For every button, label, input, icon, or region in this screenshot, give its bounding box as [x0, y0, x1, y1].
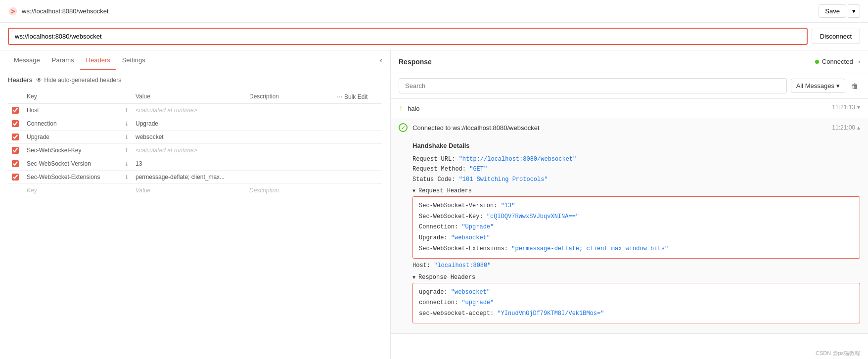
new-row-value: Value — [136, 187, 150, 194]
messages-list: ↑ halo 11:21:13 ▾ ✓ Connected to ws://lo… — [391, 99, 868, 359]
handshake-details: Handshake Details Request URL: "http://l… — [391, 137, 868, 333]
eye-icon: 👁 — [36, 77, 42, 84]
value-host: <calculated at runtime> — [136, 107, 197, 114]
request-url-line: Request URL: "http://localhost:8080/webs… — [412, 154, 860, 164]
headers-table: Key Value Description ··· Bulk Edit Host — [8, 90, 382, 197]
window-title: ws://localhost:8080/websocket — [22, 7, 109, 15]
new-row: Key Value Description — [8, 184, 382, 197]
table-row: Upgrade ℹ websocket — [8, 131, 382, 144]
filter-label: All Messages — [796, 82, 834, 90]
request-headers-box: Sec-WebSocket-Version: "13" Sec-WebSocke… — [412, 196, 860, 259]
title-bar-right: Save ▾ — [819, 4, 860, 18]
url-input[interactable] — [8, 28, 808, 45]
info-icon-connection[interactable]: ℹ — [126, 121, 128, 127]
value-connection: Upgrade — [136, 120, 158, 127]
key-connection: Connection — [27, 120, 57, 127]
table-row: Sec-WebSocket-Extensions ℹ permessage-de… — [8, 171, 382, 184]
watermark: CSDN @ps猫教程 — [816, 350, 860, 357]
key-upgrade: Upgrade — [27, 134, 49, 140]
row-checkbox-ws-ext[interactable] — [12, 174, 19, 180]
url-bar: Disconnect — [0, 23, 868, 50]
search-bar: All Messages ▾ 🗑 — [391, 73, 868, 99]
row-checkbox-host[interactable] — [12, 107, 19, 114]
left-panel: Message Params Headers Settings ‹ Header… — [0, 50, 391, 359]
right-panel: Response Connected › All Messages ▾ 🗑 ↑ … — [391, 50, 868, 359]
col-header-description: Description — [245, 90, 333, 104]
tab-params[interactable]: Params — [46, 51, 80, 70]
title-bar: ws://localhost:8080/websocket Save ▾ — [0, 0, 868, 23]
info-icon-ws-ext[interactable]: ℹ — [126, 174, 128, 180]
headers-section: Headers 👁 Hide auto-generated headers Ke… — [0, 70, 390, 203]
filter-dropdown[interactable]: All Messages ▾ — [791, 79, 845, 93]
host-line: Host: "localhost:8080" — [412, 261, 860, 270]
new-row-desc: Description — [249, 187, 279, 194]
response-header: Response Connected › — [391, 50, 868, 73]
more-options-button[interactable]: ··· — [337, 92, 343, 100]
expand-icon[interactable]: › — [858, 58, 860, 65]
key-ws-version: Sec-WebSocket-Version — [27, 160, 91, 167]
delete-messages-icon[interactable]: 🗑 — [849, 80, 860, 92]
message-text-halo: halo — [408, 105, 420, 112]
message-connected-header[interactable]: ✓ Connected to ws://localhost:8080/webso… — [391, 118, 868, 137]
info-icon-host[interactable]: ℹ — [126, 107, 128, 113]
tabs: Message Params Headers Settings ‹ — [0, 50, 390, 70]
row-checkbox-connection[interactable] — [12, 120, 19, 127]
status-code-line: Status Code: "101 Switching Protocols" — [412, 175, 860, 184]
key-ws-ext: Sec-WebSocket-Extensions — [27, 174, 100, 180]
collapse-icon[interactable]: ‹ — [380, 56, 382, 65]
response-headers-box: upgrade: "websocket" connection: "upgrad… — [412, 283, 860, 324]
table-row: Host ℹ <calculated at runtime> — [8, 104, 382, 117]
row-checkbox-ws-key[interactable] — [12, 147, 19, 154]
message-connected-text: Connected to ws://localhost:8080/websock… — [412, 124, 540, 132]
new-row-key: Key — [27, 187, 37, 194]
value-ws-ext: permessage-deflate; client_max... — [136, 174, 225, 180]
app-icon — [8, 6, 18, 16]
response-title: Response — [399, 58, 432, 66]
headers-title-row: Headers 👁 Hide auto-generated headers — [8, 76, 382, 84]
info-icon-ws-version[interactable]: ℹ — [126, 161, 128, 167]
tab-message[interactable]: Message — [8, 51, 46, 70]
connected-label: Connected — [822, 58, 853, 65]
connected-status: Connected › — [815, 58, 860, 65]
arrow-up-icon: ↑ — [399, 104, 403, 113]
hide-auto-button[interactable]: 👁 Hide auto-generated headers — [36, 77, 121, 84]
col-header-actions: ··· Bulk Edit — [333, 90, 382, 104]
key-host: Host — [27, 107, 39, 114]
col-header-key: Key — [23, 90, 122, 104]
handshake-title: Handshake Details — [412, 142, 860, 149]
main-layout: Message Params Headers Settings ‹ Header… — [0, 50, 868, 359]
row-checkbox-ws-version[interactable] — [12, 160, 19, 167]
save-button[interactable]: Save — [819, 4, 846, 18]
table-row: Sec-WebSocket-Version ℹ 13 — [8, 157, 382, 171]
table-row: Connection ℹ Upgrade — [8, 117, 382, 131]
request-method-line: Request Method: "GET" — [412, 164, 860, 174]
key-ws-key: Sec-WebSocket-Key — [27, 147, 82, 154]
tab-settings[interactable]: Settings — [116, 51, 151, 70]
tab-headers[interactable]: Headers — [80, 51, 116, 70]
message-time-sent: 11:21:13 ▾ — [832, 104, 860, 111]
value-ws-key: <calculated at runtime> — [136, 147, 197, 154]
table-row: Sec-WebSocket-Key ℹ <calculated at runti… — [8, 144, 382, 157]
response-headers-section[interactable]: Response Headers — [412, 274, 860, 281]
save-dropdown-button[interactable]: ▾ — [848, 4, 860, 18]
message-connected: ✓ Connected to ws://localhost:8080/webso… — [391, 118, 868, 334]
col-header-value: Value — [132, 90, 245, 104]
info-icon-ws-key[interactable]: ℹ — [126, 147, 128, 153]
message-sent[interactable]: ↑ halo 11:21:13 ▾ — [391, 99, 868, 118]
chevron-up-icon: ▴ — [857, 124, 860, 131]
message-time-connected: 11:21:00 ▴ — [832, 124, 860, 131]
request-headers-section[interactable]: Request Headers — [412, 187, 860, 194]
chevron-down-icon: ▾ — [836, 82, 840, 90]
value-ws-version: 13 — [136, 160, 142, 167]
title-bar-left: ws://localhost:8080/websocket — [8, 6, 109, 16]
row-checkbox-upgrade[interactable] — [12, 134, 19, 140]
check-circle-icon: ✓ — [399, 123, 408, 132]
connected-dot — [815, 60, 819, 64]
chevron-down-icon: ▾ — [857, 104, 860, 111]
info-icon-upgrade[interactable]: ℹ — [126, 134, 128, 140]
search-input[interactable] — [399, 78, 787, 93]
headers-section-title: Headers — [8, 76, 32, 84]
value-upgrade: websocket — [136, 134, 164, 140]
disconnect-button[interactable]: Disconnect — [812, 29, 860, 44]
bulk-edit-button[interactable]: Bulk Edit — [344, 93, 367, 100]
